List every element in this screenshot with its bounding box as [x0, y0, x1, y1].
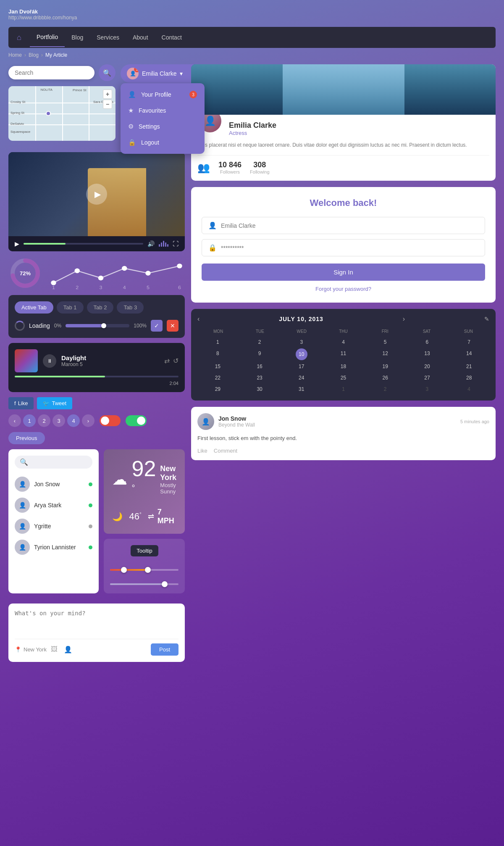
nav-item-services[interactable]: Services: [90, 28, 126, 47]
social-post-header: 👤 Jon Snow Beyond the Wall 5 minutes ago: [197, 413, 489, 430]
slider-track-2[interactable]: [110, 583, 178, 585]
calendar-day-10[interactable]: 11: [323, 348, 364, 360]
calendar-day-1[interactable]: 2: [239, 337, 280, 347]
post-input[interactable]: [15, 610, 178, 635]
slider-track-1[interactable]: [110, 569, 178, 571]
menu-item-profile[interactable]: 👤 Your Profile 3: [121, 87, 205, 103]
breadcrumb-blog[interactable]: Blog: [29, 52, 39, 58]
nav-item-contact[interactable]: Contact: [155, 28, 189, 47]
calendar-day-7[interactable]: 8: [197, 348, 238, 360]
active-tab[interactable]: Active Tab: [15, 301, 53, 314]
progress-track[interactable]: [66, 324, 129, 327]
slider-thumb-2[interactable]: [145, 567, 151, 573]
fullscreen-icon[interactable]: ⛶: [173, 240, 178, 247]
page-1[interactable]: 1: [23, 414, 36, 427]
calendar-day-2[interactable]: 3: [281, 337, 322, 347]
forgot-password-link[interactable]: Forgot your password?: [202, 286, 485, 292]
cancel-button[interactable]: ✕: [167, 320, 178, 332]
map-zoom-in[interactable]: +: [103, 90, 112, 99]
video-play-icon[interactable]: ▶: [15, 240, 19, 247]
calendar-day-8[interactable]: 9: [239, 348, 280, 360]
slider-thumb-1[interactable]: [121, 567, 127, 573]
page-prev-arrow[interactable]: ‹: [8, 414, 21, 427]
page-next-arrow[interactable]: ›: [82, 414, 94, 427]
image-icon[interactable]: 🖼: [51, 646, 58, 654]
page-3[interactable]: 3: [52, 414, 65, 427]
repeat-icon[interactable]: ↺: [173, 357, 178, 365]
menu-item-settings[interactable]: ⚙ Settings: [121, 119, 205, 134]
calendar-day-5[interactable]: 6: [407, 337, 448, 347]
user-tag-icon[interactable]: 👤: [64, 646, 72, 654]
calendar-day-9[interactable]: 10: [296, 348, 307, 360]
breadcrumb-home[interactable]: Home: [8, 52, 22, 58]
toggle-off[interactable]: [100, 415, 121, 426]
calendar-day-21[interactable]: 22: [197, 373, 238, 383]
calendar-day-6[interactable]: 7: [449, 337, 489, 347]
page-4[interactable]: 4: [67, 414, 80, 427]
calendar-day-33[interactable]: 3: [407, 384, 448, 394]
user-search-input[interactable]: [32, 459, 87, 465]
shuffle-icon[interactable]: ⇄: [164, 357, 170, 365]
password-input[interactable]: [221, 245, 478, 251]
slider-thumb-3[interactable]: [162, 581, 168, 587]
calendar-day-28[interactable]: 29: [197, 384, 238, 394]
calendar-day-31[interactable]: 1: [323, 384, 364, 394]
calendar-day-18[interactable]: 19: [365, 361, 406, 372]
calendar-day-12[interactable]: 13: [407, 348, 448, 360]
calendar-day-27[interactable]: 28: [449, 373, 489, 383]
calendar-prev[interactable]: ‹: [197, 315, 200, 323]
search-button[interactable]: 🔍: [99, 64, 116, 81]
progress-thumb[interactable]: [101, 323, 106, 328]
calendar-day-19[interactable]: 20: [407, 361, 448, 372]
page-2[interactable]: 2: [38, 414, 50, 427]
calendar-day-14[interactable]: 15: [197, 361, 238, 372]
calendar-day-17[interactable]: 18: [323, 361, 364, 372]
calendar-day-4[interactable]: 5: [365, 337, 406, 347]
calendar-day-29[interactable]: 30: [239, 384, 280, 394]
calendar-next[interactable]: ›: [403, 315, 405, 323]
calendar-day-30[interactable]: 31: [281, 384, 322, 394]
nav-item-portfolio[interactable]: Portfolio: [30, 28, 65, 47]
menu-item-logout[interactable]: 🔒 Logout: [121, 134, 205, 150]
tweet-button[interactable]: 🐦 Tweet: [37, 397, 72, 409]
nav-item-about[interactable]: About: [126, 28, 155, 47]
volume-icon[interactable]: 🔊: [147, 240, 155, 247]
search-input[interactable]: [15, 69, 88, 76]
calendar-day-25[interactable]: 26: [365, 373, 406, 383]
calendar-day-11[interactable]: 12: [365, 348, 406, 360]
calendar-day-23[interactable]: 24: [281, 373, 322, 383]
toggle-on[interactable]: [126, 415, 147, 426]
post-button[interactable]: Post: [151, 643, 178, 656]
calendar-day-34[interactable]: 4: [449, 384, 489, 394]
like-button[interactable]: f Like: [8, 397, 34, 409]
calendar-day-0[interactable]: 1: [197, 337, 238, 347]
tab-1[interactable]: Tab 1: [57, 301, 84, 314]
calendar-day-22[interactable]: 23: [239, 373, 280, 383]
video-progress-bar[interactable]: [24, 243, 143, 245]
calendar-day-20[interactable]: 21: [449, 361, 489, 372]
music-progress-bar[interactable]: [15, 376, 178, 377]
calendar-day-13[interactable]: 14: [449, 348, 489, 360]
tab-2[interactable]: Tab 2: [87, 301, 114, 314]
map-zoom-out[interactable]: −: [103, 100, 112, 109]
sp-like[interactable]: Like: [197, 448, 207, 454]
tab-3[interactable]: Tab 3: [117, 301, 144, 314]
calendar-day-32[interactable]: 2: [365, 384, 406, 394]
nav-item-blog[interactable]: Blog: [65, 28, 90, 47]
check-button[interactable]: ✓: [151, 320, 163, 332]
calendar-day-16[interactable]: 17: [281, 361, 322, 372]
map-marker[interactable]: [46, 111, 51, 116]
signin-button[interactable]: Sign In: [202, 264, 485, 281]
calendar-day-3[interactable]: 4: [323, 337, 364, 347]
home-icon[interactable]: ⌂: [17, 33, 21, 42]
calendar-day-15[interactable]: 16: [239, 361, 280, 372]
menu-item-favourites[interactable]: ★ Favourites: [121, 103, 205, 119]
calendar-day-26[interactable]: 27: [407, 373, 448, 383]
play-button[interactable]: [86, 184, 107, 205]
calendar-day-24[interactable]: 25: [323, 373, 364, 383]
previous-button[interactable]: Previous: [8, 432, 45, 444]
pause-button[interactable]: ⏸: [43, 354, 56, 368]
calendar-edit[interactable]: ✎: [484, 316, 489, 322]
sp-comment[interactable]: Comment: [214, 448, 237, 454]
username-input[interactable]: [221, 222, 478, 229]
